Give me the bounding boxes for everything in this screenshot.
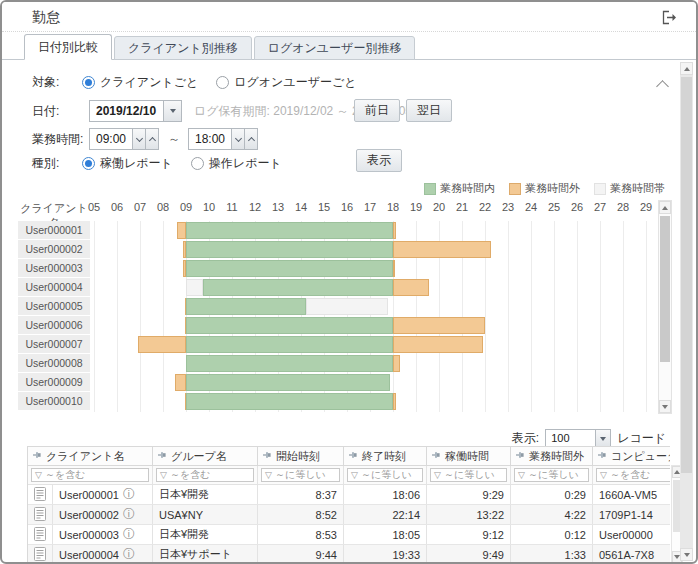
records-dropdown-button[interactable]: [595, 430, 610, 447]
info-icon[interactable]: ⓘ: [123, 546, 135, 563]
pin-icon[interactable]: [348, 450, 358, 462]
column-header-label: グループ名: [171, 449, 227, 464]
filter-input[interactable]: ▽～に等しい: [347, 468, 423, 482]
scroll-down-icon[interactable]: [659, 400, 671, 413]
active-cell: 9:49: [427, 545, 511, 564]
pin-icon[interactable]: [431, 450, 441, 462]
page-scrollbar-thumb[interactable]: [681, 77, 692, 473]
date-input[interactable]: 2019/12/10: [89, 100, 164, 122]
filter-input[interactable]: ▽～を含む: [156, 468, 254, 482]
info-icon[interactable]: ⓘ: [123, 486, 135, 503]
gantt-bar-in: [186, 393, 393, 410]
filter-funnel-icon[interactable]: ▽: [351, 471, 358, 480]
axis-tick-label: 29: [640, 201, 652, 213]
document-icon[interactable]: [34, 507, 46, 523]
pin-icon[interactable]: [157, 450, 167, 462]
filter-input[interactable]: ▽～に等しい: [514, 468, 589, 482]
scroll-up-icon[interactable]: [680, 62, 693, 75]
column-header-1[interactable]: クライアント名: [28, 447, 153, 465]
filter-funnel-icon[interactable]: ▽: [35, 471, 42, 480]
hours-to-up-button[interactable]: [245, 128, 258, 150]
pin-icon[interactable]: [262, 450, 272, 462]
show-button[interactable]: 表示: [356, 149, 402, 172]
legend-swatch: [594, 183, 606, 195]
filter-funnel-icon[interactable]: ▽: [600, 471, 607, 480]
computer-cell: 1660A-VM5: [593, 485, 670, 504]
exit-icon[interactable]: [662, 10, 678, 25]
info-icon[interactable]: ⓘ: [123, 506, 135, 523]
filter-input[interactable]: ▽～に等しい: [430, 468, 507, 482]
date-dropdown-button[interactable]: [164, 100, 182, 122]
radio-option-1[interactable]: クライアントごと: [82, 74, 198, 91]
radio-option-2[interactable]: ログオンユーザーごと: [216, 74, 356, 91]
scroll-up-icon[interactable]: [659, 201, 671, 214]
gantt-plot: [94, 221, 657, 412]
row-detail-cell: [28, 525, 53, 544]
filter-condition-text: ～を含む: [170, 468, 210, 482]
radio-option-2[interactable]: 操作レポート: [191, 155, 282, 172]
gantt-bar-out: [393, 393, 396, 410]
scroll-down-icon[interactable]: [680, 548, 693, 561]
filter-input[interactable]: ▽～を含む: [31, 468, 149, 482]
group-cell: 日本¥サポート: [153, 545, 258, 564]
hours-to-down-button[interactable]: [232, 128, 245, 150]
radio-option-1[interactable]: 稼働レポート: [82, 155, 173, 172]
filter-funnel-icon[interactable]: ▽: [518, 471, 525, 480]
column-header-6[interactable]: 業務時間外: [511, 447, 593, 465]
hours-from-up-button[interactable]: [146, 128, 159, 150]
filter-input[interactable]: ▽～を含む: [596, 468, 670, 482]
document-icon[interactable]: [34, 487, 46, 503]
legend-item: 業務時間内: [424, 181, 495, 196]
gantt-bar-in: [186, 336, 393, 353]
start-cell: 8:53: [258, 525, 344, 544]
gantt-bar-in: [186, 241, 393, 258]
filter-condition-text: ～を含む: [610, 468, 650, 482]
prev-day-button[interactable]: 前日: [354, 99, 400, 122]
page-scrollbar[interactable]: [680, 62, 693, 561]
table-row[interactable]: User000001ⓘ日本¥開発8:3718:069:290:291660A-V…: [28, 485, 670, 505]
radio-icon: [191, 157, 204, 170]
filter-cell: ▽～に等しい: [511, 466, 593, 484]
gantt-row-label: User000001: [18, 221, 90, 239]
tab-2[interactable]: クライアント別推移: [114, 36, 252, 60]
gantt-bar-in: [186, 374, 390, 391]
gantt-scrollbar[interactable]: [658, 200, 672, 414]
table-header-row: クライアント名グループ名開始時刻終了時刻稼働時間業務時間外コンピューター: [28, 447, 670, 466]
tab-3[interactable]: ログオンユーザー別推移: [254, 36, 416, 60]
document-icon[interactable]: [34, 527, 46, 543]
target-radio-group: クライアントごとログオンユーザーごと: [82, 70, 357, 94]
pin-icon[interactable]: [597, 450, 607, 462]
tab-1[interactable]: 日付別比較: [24, 34, 112, 60]
hours-from-input[interactable]: 09:00: [89, 128, 133, 150]
table-row[interactable]: User000004ⓘ日本¥サポート9:4419:339:491:330561A…: [28, 545, 670, 564]
column-header-7[interactable]: コンピューター: [593, 447, 670, 465]
info-icon[interactable]: ⓘ: [123, 526, 135, 543]
column-header-3[interactable]: 開始時刻: [258, 447, 344, 465]
report-type-radio-group: 稼働レポート操作レポート: [82, 151, 282, 175]
legend-swatch: [424, 183, 436, 195]
pin-icon[interactable]: [32, 450, 42, 462]
gantt-bar-in: [186, 355, 393, 372]
column-header-4[interactable]: 終了時刻: [344, 447, 427, 465]
filter-funnel-icon[interactable]: ▽: [265, 471, 272, 480]
filter-funnel-icon[interactable]: ▽: [160, 471, 167, 480]
table-row[interactable]: User000003ⓘ日本¥開発8:5318:059:120:12User000…: [28, 525, 670, 545]
hours-to-input[interactable]: 18:00: [188, 128, 232, 150]
table-row[interactable]: User000002ⓘUSA¥NY8:5222:1413:224:221709P…: [28, 505, 670, 525]
hours-from-down-button[interactable]: [133, 128, 146, 150]
end-cell: 18:06: [344, 485, 427, 504]
filter-funnel-icon[interactable]: ▽: [434, 471, 441, 480]
column-header-2[interactable]: グループ名: [153, 447, 258, 465]
gantt-scrollbar-thumb[interactable]: [660, 216, 670, 362]
filter-input[interactable]: ▽～に等しい: [261, 468, 340, 482]
axis-tick-label: 25: [548, 201, 560, 213]
gantt-row-label: User000006: [18, 316, 90, 334]
next-day-button[interactable]: 翌日: [406, 99, 452, 122]
business-hours-label: 業務時間:: [32, 127, 83, 151]
group-cell: 日本¥開発: [153, 525, 258, 544]
document-icon[interactable]: [34, 547, 46, 563]
gantt-bar-out: [138, 336, 186, 353]
pin-icon[interactable]: [515, 450, 525, 462]
column-header-5[interactable]: 稼働時間: [427, 447, 511, 465]
axis-tick-label: 14: [295, 201, 307, 213]
